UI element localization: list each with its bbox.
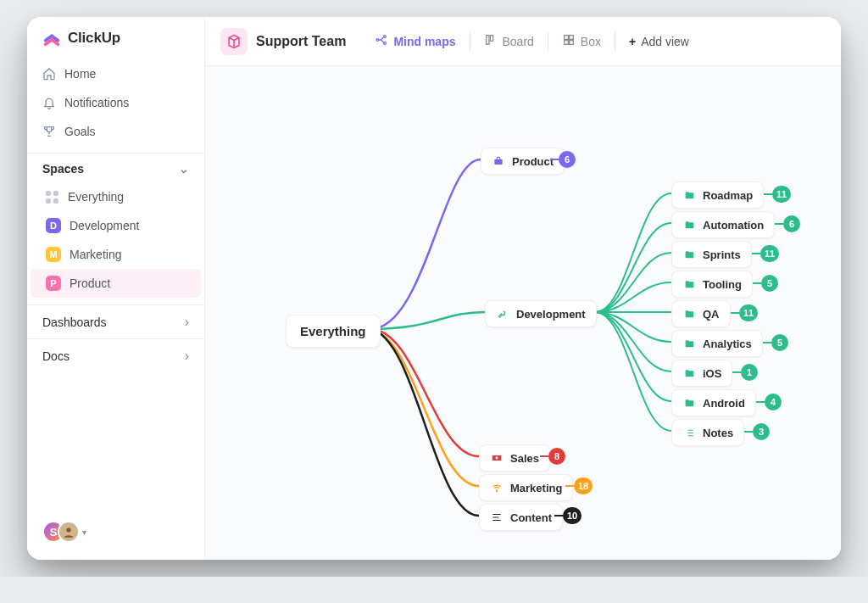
connector <box>753 282 761 284</box>
chevron-right-icon: › <box>185 315 189 330</box>
view-mindmaps[interactable]: Mind maps <box>366 27 464 56</box>
folder-icon <box>682 337 696 350</box>
connector <box>554 515 563 516</box>
node-development[interactable]: Development <box>485 300 597 327</box>
space-badge-d: D <box>46 218 61 233</box>
space-marketing-label: Marketing <box>70 248 121 261</box>
count-product: 6 <box>559 151 576 168</box>
folder-icon <box>682 248 696 261</box>
divider <box>548 32 548 51</box>
svg-rect-9 <box>570 41 574 45</box>
connector <box>763 342 771 343</box>
node-label: Automation <box>703 219 764 232</box>
connector <box>764 193 772 195</box>
node-dev-child[interactable]: Sprints <box>671 241 752 268</box>
node-content[interactable]: Content <box>479 504 563 531</box>
caret-down-icon: ▾ <box>82 528 86 537</box>
view-mindmaps-label: Mind maps <box>393 35 455 48</box>
node-product-label: Product <box>512 155 554 168</box>
space-development[interactable]: D Development <box>31 211 201 240</box>
list-icon <box>682 426 696 439</box>
clickup-logo-icon <box>42 29 61 47</box>
view-board-label: Board <box>503 35 534 48</box>
node-dev-child[interactable]: Tooling <box>671 271 753 298</box>
nav-notifications[interactable]: Notifications <box>27 88 204 117</box>
node-dev-child[interactable]: Automation <box>671 211 775 238</box>
section-docs[interactable]: Docs › <box>27 338 204 372</box>
node-root[interactable]: Everything <box>286 315 381 348</box>
mindmap-icon <box>375 33 388 49</box>
connector <box>775 223 783 225</box>
count-marketing: 18 <box>574 477 593 494</box>
node-dev-child[interactable]: QA <box>671 300 731 327</box>
node-content-label: Content <box>510 511 552 524</box>
connector <box>540 455 548 457</box>
space-badge-p: P <box>46 276 61 291</box>
avatar-other <box>58 521 80 543</box>
count-dev-child: 3 <box>753 423 770 440</box>
add-view-label: Add view <box>641 35 689 48</box>
add-view[interactable]: + Add view <box>620 27 698 56</box>
docs-label: Docs <box>42 349 70 363</box>
nav-goals[interactable]: Goals <box>27 117 204 146</box>
space-everything[interactable]: Everything <box>31 182 201 211</box>
node-product[interactable]: Product <box>481 148 565 175</box>
node-label: Tooling <box>703 278 742 291</box>
main-area: Support Team Mind maps Board <box>205 17 841 560</box>
view-tabs: Mind maps Board Box <box>366 27 698 56</box>
node-marketing[interactable]: Marketing <box>479 474 573 501</box>
node-label: Analytics <box>703 338 752 350</box>
svg-rect-8 <box>565 41 569 45</box>
node-label: QA <box>703 308 720 321</box>
count-dev-child: 4 <box>765 394 782 410</box>
count-dev-child: 1 <box>741 364 758 381</box>
chevron-right-icon: › <box>185 349 189 364</box>
node-sales[interactable]: Sales <box>479 444 550 472</box>
node-dev-child[interactable]: Android <box>671 389 756 416</box>
user-switcher[interactable]: S ▾ <box>27 512 204 551</box>
mindmap-canvas[interactable]: Everything Product 6 Development <box>205 66 841 560</box>
node-sales-label: Sales <box>510 452 539 465</box>
folder-icon <box>682 307 696 321</box>
trophy-icon <box>42 125 56 138</box>
space-everything-label: Everything <box>68 190 124 204</box>
node-dev-child[interactable]: Analytics <box>671 330 763 357</box>
node-label: iOS <box>703 367 721 380</box>
home-icon <box>42 67 56 81</box>
space-product[interactable]: P Product <box>31 269 201 298</box>
connector <box>550 159 559 160</box>
view-box[interactable]: Box <box>554 27 609 56</box>
node-development-label: Development <box>516 308 586 321</box>
svg-rect-7 <box>570 36 574 40</box>
wrench-icon <box>496 307 509 321</box>
svg-rect-5 <box>490 36 492 42</box>
wifi-icon <box>490 481 504 494</box>
node-label: Android <box>703 397 745 410</box>
space-marketing[interactable]: M Marketing <box>31 240 201 269</box>
node-dev-child[interactable]: Roadmap <box>671 181 764 209</box>
bell-icon <box>42 96 56 109</box>
count-sales: 8 <box>548 448 565 465</box>
svg-rect-6 <box>565 36 569 40</box>
briefcase-icon <box>492 154 505 168</box>
brand-name: ClickUp <box>68 30 120 47</box>
section-dashboards[interactable]: Dashboards › <box>27 304 204 338</box>
svg-point-3 <box>384 42 387 45</box>
folder-icon <box>682 396 696 410</box>
view-board[interactable]: Board <box>476 27 542 56</box>
spaces-header[interactable]: Spaces ⌄ <box>27 153 204 182</box>
svg-point-12 <box>496 457 498 460</box>
team-title[interactable]: Support Team <box>220 28 346 55</box>
dashboards-label: Dashboards <box>42 315 107 329</box>
connector <box>732 371 741 373</box>
svg-point-2 <box>384 36 387 38</box>
brand-logo[interactable]: ClickUp <box>27 29 204 59</box>
node-dev-child[interactable]: Notes <box>671 419 744 446</box>
node-dev-child[interactable]: iOS <box>671 360 732 387</box>
nav-home[interactable]: Home <box>27 59 204 88</box>
sidebar: ClickUp Home Notifications Goals Spaces … <box>27 17 205 560</box>
svg-point-1 <box>376 39 379 42</box>
text-icon <box>490 511 504 524</box>
node-root-label: Everything <box>300 324 366 338</box>
count-dev-child: 5 <box>771 334 788 351</box>
